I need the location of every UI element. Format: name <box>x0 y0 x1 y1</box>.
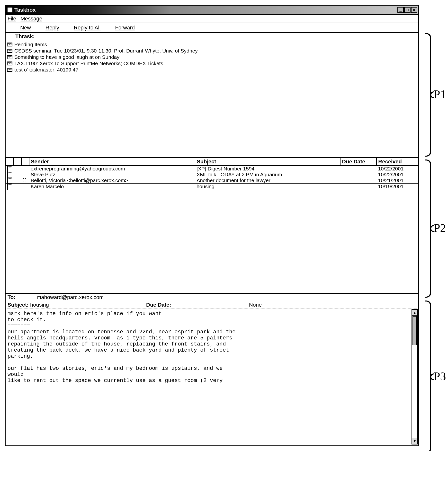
thrask-item-label: TAX.1190: Xerox To Support PrintMe Netwo… <box>14 61 165 66</box>
message-body[interactable]: mark here's the info on eric's place if … <box>6 309 418 445</box>
thrask-item-label: test o' taskmaster: 40199.47 <box>14 67 78 73</box>
cell-due <box>340 166 377 172</box>
thrask-header: Thrask: <box>13 33 418 40</box>
preview-pane: To: mahoward@parc.xerox.com Subject: hou… <box>6 294 418 445</box>
scroll-down-icon[interactable]: ▼ <box>412 438 417 444</box>
cell-received: 10/19/2001 <box>377 184 418 190</box>
toolbar: New Reply Reply to All Forward <box>6 23 418 33</box>
cell-subject: [XP] Digest Number 1594 <box>195 166 340 172</box>
to-label: To: <box>8 294 32 300</box>
thrask-pane: Thrask: Pending Items CSDSS seminar, Tue… <box>6 33 418 157</box>
thrask-item-label: CSDSS seminar, Tue 10/23/01, 9:30-11:30,… <box>14 48 198 54</box>
thrask-item-label: Pending Items <box>14 42 47 47</box>
col-icon[interactable] <box>14 158 21 166</box>
col-received[interactable]: Received <box>377 158 418 166</box>
table-header-row: Sender Subject Due Date Received <box>6 158 418 166</box>
reply-all-button[interactable]: Reply to All <box>74 25 100 31</box>
message-list-pane: Sender Subject Due Date Received extreme… <box>6 157 418 294</box>
attachment-icon <box>23 178 26 182</box>
thrask-item[interactable]: Pending Items <box>7 41 417 48</box>
due-date-label: Due Date: <box>146 302 171 308</box>
scroll-up-icon[interactable]: ▲ <box>412 310 417 316</box>
pane-annotations: P1 P2 P3 <box>421 5 443 446</box>
menu-file[interactable]: File <box>8 16 16 22</box>
label-p3: P3 <box>434 370 446 383</box>
table-row[interactable]: Steve Putz XML talk TODAY at 2 PM in Aqu… <box>6 172 418 177</box>
cell-due <box>340 172 377 177</box>
cell-due <box>340 184 377 190</box>
due-date-value: None <box>249 302 262 308</box>
cell-due <box>340 177 377 184</box>
thrask-item[interactable]: test o' taskmaster: 40199.47 <box>7 67 417 73</box>
app-icon <box>8 8 12 12</box>
scroll-thumb[interactable] <box>413 316 417 345</box>
table-row[interactable]: Bellotti, Victoria <bellotti@parc.xerox.… <box>6 177 418 184</box>
label-p1: P1 <box>434 88 446 101</box>
thrask-item[interactable]: CSDSS seminar, Tue 10/23/01, 9:30-11:30,… <box>7 48 417 54</box>
mail-icon <box>7 171 8 178</box>
menu-message[interactable]: Message <box>20 16 42 22</box>
to-value: mahoward@parc.xerox.com <box>37 294 104 300</box>
col-due[interactable]: Due Date <box>340 158 377 166</box>
mail-icon <box>7 55 12 59</box>
mail-icon <box>7 183 8 190</box>
thrask-item[interactable]: Something to have a good laugh at on Sun… <box>7 54 417 60</box>
cell-sender: Karen Marcelo <box>29 184 195 190</box>
thrask-item[interactable]: TAX.1190: Xerox To Support PrintMe Netwo… <box>7 60 417 67</box>
mail-icon <box>7 43 12 46</box>
cell-subject: XML talk TODAY at 2 PM in Aquarium <box>195 172 340 177</box>
reply-button[interactable]: Reply <box>46 25 59 31</box>
mail-icon <box>7 165 8 172</box>
cell-received: 10/22/2001 <box>377 172 418 177</box>
window-title: Taskbox <box>14 7 36 13</box>
cell-sender: Bellotti, Victoria <bellotti@parc.xerox.… <box>29 177 195 184</box>
preview-header: To: mahoward@parc.xerox.com Subject: hou… <box>6 294 418 309</box>
table-row[interactable]: extremeprogramming@yahoogroups.com [XP] … <box>6 166 418 172</box>
forward-button[interactable]: Forward <box>115 25 135 31</box>
table-row[interactable]: Karen Marcelo housing 10/19/2001 <box>6 184 418 190</box>
mail-icon <box>7 68 12 72</box>
mail-icon <box>7 49 12 53</box>
col-sender[interactable]: Sender <box>29 158 195 166</box>
mail-icon <box>7 177 8 184</box>
thrask-list[interactable]: Pending Items CSDSS seminar, Tue 10/23/0… <box>6 40 418 157</box>
col-attach[interactable] <box>21 158 29 166</box>
new-button[interactable]: New <box>20 25 31 31</box>
close-button[interactable]: ✕ <box>411 7 417 13</box>
col-subject[interactable]: Subject <box>195 158 340 166</box>
menubar: File Message <box>6 15 418 23</box>
mail-icon <box>7 62 12 65</box>
app-window: Taskbox _ □ ✕ File Message New Reply Rep… <box>5 5 419 446</box>
vertical-scrollbar[interactable]: ▲ ▼ <box>412 309 418 444</box>
col-status[interactable] <box>6 158 14 166</box>
minimize-button[interactable]: _ <box>397 7 404 13</box>
cell-subject: Another document for the lawyer <box>195 177 340 184</box>
thrask-item-label: Something to have a good laugh at on Sun… <box>14 54 119 60</box>
cell-received: 10/21/2001 <box>377 177 418 184</box>
titlebar: Taskbox _ □ ✕ <box>6 6 418 15</box>
subject-label: Subject: <box>8 302 29 308</box>
cell-subject: housing <box>195 184 340 190</box>
window-controls: _ □ ✕ <box>397 7 417 13</box>
cell-received: 10/22/2001 <box>377 166 418 172</box>
maximize-button[interactable]: □ <box>404 7 411 13</box>
cell-sender: Steve Putz <box>29 172 195 177</box>
subject-value: housing <box>30 302 49 308</box>
message-table: Sender Subject Due Date Received extreme… <box>6 157 418 189</box>
cell-sender: extremeprogramming@yahoogroups.com <box>29 166 195 172</box>
label-p2: P2 <box>434 221 446 235</box>
